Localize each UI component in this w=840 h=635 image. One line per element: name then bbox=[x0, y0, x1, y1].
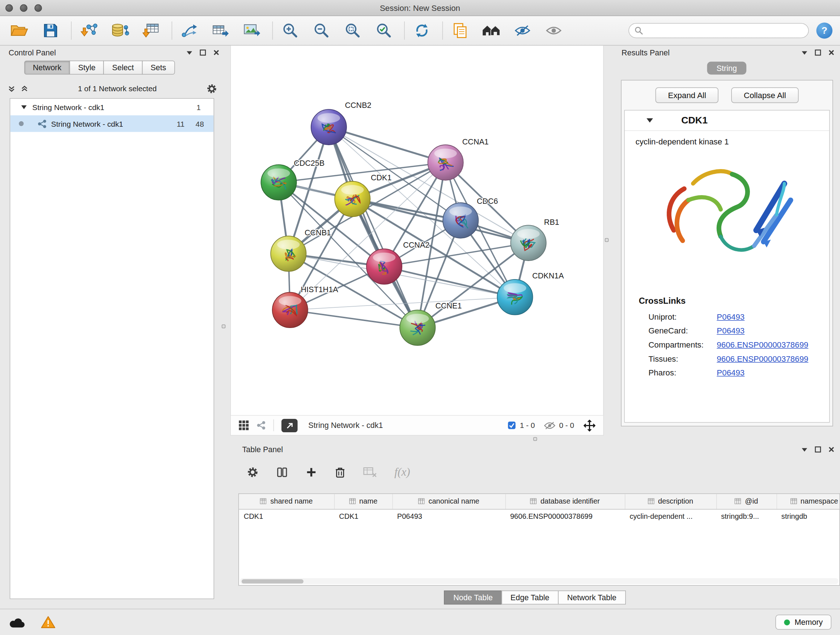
column-header-name[interactable]: name bbox=[334, 494, 393, 509]
tab-node-table[interactable]: Node Table bbox=[444, 591, 502, 605]
column-header-canonical-name[interactable]: canonical name bbox=[392, 494, 505, 509]
hidden-eye-slash-icon[interactable] bbox=[544, 421, 555, 429]
export-table-button[interactable] bbox=[209, 19, 232, 42]
copy-document-button[interactable] bbox=[448, 19, 472, 42]
network-edge[interactable] bbox=[329, 127, 417, 328]
collapse-all-button[interactable]: Collapse All bbox=[731, 87, 798, 103]
panel-close-icon[interactable] bbox=[213, 49, 219, 56]
crosslink-link-pharos[interactable]: P06493 bbox=[717, 368, 745, 377]
node-label: CCNE1 bbox=[435, 302, 462, 310]
network-node-ccna2[interactable] bbox=[366, 249, 402, 284]
panel-collapse-icon[interactable] bbox=[186, 50, 193, 55]
show-graphics-details-button[interactable] bbox=[542, 19, 565, 42]
network-node-cdc6[interactable] bbox=[443, 203, 478, 238]
network-node-ccna1[interactable] bbox=[428, 145, 463, 180]
splitter-handle[interactable] bbox=[605, 238, 608, 242]
show-columns-icon[interactable] bbox=[277, 466, 288, 478]
zoom-selected-button[interactable] bbox=[372, 19, 395, 42]
network-node-ccnb2[interactable] bbox=[311, 109, 347, 145]
memory-button[interactable]: Memory bbox=[775, 615, 831, 630]
crosslink-link-genecard[interactable]: P06493 bbox=[717, 326, 745, 335]
network-edge[interactable] bbox=[329, 127, 446, 163]
home-views-button[interactable] bbox=[479, 19, 503, 42]
panel-collapse-icon[interactable] bbox=[801, 447, 808, 452]
cloud-icon[interactable] bbox=[9, 616, 26, 628]
network-edge[interactable] bbox=[290, 310, 418, 328]
tab-style[interactable]: Style bbox=[69, 60, 104, 74]
network-node-cdc25b[interactable] bbox=[261, 165, 296, 200]
gear-icon[interactable] bbox=[206, 83, 218, 94]
export-image-button[interactable] bbox=[240, 19, 264, 42]
import-network-from-file-button[interactable] bbox=[77, 19, 101, 42]
tab-edge-table[interactable]: Edge Table bbox=[501, 591, 559, 605]
network-node-cdk1[interactable] bbox=[335, 181, 370, 217]
window-zoom-button[interactable] bbox=[34, 4, 42, 12]
panel-close-icon[interactable] bbox=[828, 447, 835, 453]
network-node-rb1[interactable] bbox=[511, 225, 546, 261]
network-node-cdkn1a[interactable] bbox=[497, 279, 532, 315]
network-row-selected[interactable]: String Network - cdk1 11 48 bbox=[10, 116, 213, 132]
network-view[interactable]: CCNB2CCNA1CDC25BCDK1CDC6RB1CCNB1CCNA2CDK… bbox=[231, 46, 604, 435]
network-overview-icon[interactable] bbox=[257, 421, 266, 430]
selected-checkbox-icon[interactable] bbox=[508, 421, 516, 430]
table-settings-gear-icon[interactable] bbox=[246, 466, 259, 478]
export-network-button[interactable] bbox=[178, 19, 201, 42]
network-edge[interactable] bbox=[384, 266, 515, 297]
panel-float-icon[interactable] bbox=[815, 447, 821, 453]
search-input[interactable] bbox=[647, 27, 803, 35]
window-close-button[interactable] bbox=[5, 4, 13, 12]
open-network-external-button[interactable] bbox=[281, 418, 298, 432]
tab-string[interactable]: String bbox=[707, 62, 747, 74]
open-session-button[interactable] bbox=[8, 19, 31, 42]
table-row[interactable]: CDK1CDK1P064939606.ENSP00000378699cyclin… bbox=[239, 509, 840, 524]
section-caret-icon[interactable] bbox=[646, 118, 653, 123]
expand-all-button[interactable]: Expand All bbox=[655, 87, 718, 103]
network-node-ccnb1[interactable] bbox=[271, 236, 306, 272]
panel-float-icon[interactable] bbox=[815, 49, 821, 56]
zoom-fit-button[interactable] bbox=[341, 19, 364, 42]
pan-crosshair-icon[interactable] bbox=[583, 419, 595, 432]
tab-network[interactable]: Network bbox=[24, 60, 70, 74]
network-node-hist1h1a[interactable] bbox=[272, 292, 308, 328]
crosslink-link-tissues[interactable]: 9606.ENSP00000378699 bbox=[717, 354, 808, 363]
search-box[interactable] bbox=[628, 23, 808, 38]
import-network-from-database-button[interactable] bbox=[108, 19, 132, 42]
birdseye-grid-icon[interactable] bbox=[238, 420, 249, 431]
node-label: CDK1 bbox=[371, 173, 392, 182]
save-session-button[interactable] bbox=[39, 19, 62, 42]
network-collection-row[interactable]: String Network - cdk1 1 bbox=[10, 99, 213, 116]
delete-column-trash-icon[interactable] bbox=[335, 466, 346, 478]
tree-caret-icon[interactable] bbox=[21, 105, 27, 109]
chevrons-up-icon[interactable] bbox=[21, 84, 28, 92]
column-header-id[interactable]: @id bbox=[716, 494, 777, 509]
network-node-ccne1[interactable] bbox=[400, 310, 435, 345]
tab-network-table[interactable]: Network Table bbox=[558, 591, 625, 605]
splitter-handle[interactable] bbox=[533, 437, 537, 440]
network-canvas[interactable]: CCNB2CCNA1CDC25BCDK1CDC6RB1CCNB1CCNA2CDK… bbox=[231, 46, 604, 416]
zoom-in-button[interactable] bbox=[278, 19, 302, 42]
table-horizontal-scrollbar[interactable] bbox=[240, 578, 838, 584]
panel-float-icon[interactable] bbox=[200, 49, 206, 56]
warning-icon[interactable] bbox=[41, 616, 55, 629]
zoom-out-button[interactable] bbox=[309, 19, 333, 42]
column-header-namespace[interactable]: namespace bbox=[776, 494, 840, 509]
hide-graphics-details-button[interactable] bbox=[511, 19, 534, 42]
column-header-shared-name[interactable]: shared name bbox=[239, 494, 334, 509]
protein-section-header[interactable]: CDK1 bbox=[625, 111, 829, 131]
help-button[interactable]: ? bbox=[816, 22, 833, 38]
apply-layout-button[interactable] bbox=[410, 19, 433, 42]
scrollbar-thumb[interactable] bbox=[242, 579, 303, 583]
import-table-from-file-button[interactable] bbox=[139, 19, 163, 42]
window-minimize-button[interactable] bbox=[20, 4, 27, 12]
chevrons-down-icon[interactable] bbox=[8, 84, 16, 92]
tab-select[interactable]: Select bbox=[103, 60, 142, 74]
panel-close-icon[interactable] bbox=[828, 49, 835, 56]
crosslink-link-uniprot[interactable]: P06493 bbox=[717, 312, 745, 321]
column-header-description[interactable]: description bbox=[625, 494, 716, 509]
panel-collapse-icon[interactable] bbox=[801, 50, 808, 55]
add-column-plus-icon[interactable] bbox=[306, 466, 317, 478]
tab-sets[interactable]: Sets bbox=[142, 60, 175, 74]
column-header-database-identifier[interactable]: database identifier bbox=[505, 494, 625, 509]
splitter-handle[interactable] bbox=[222, 325, 225, 328]
crosslink-link-compartments[interactable]: 9606.ENSP00000378699 bbox=[717, 340, 808, 349]
